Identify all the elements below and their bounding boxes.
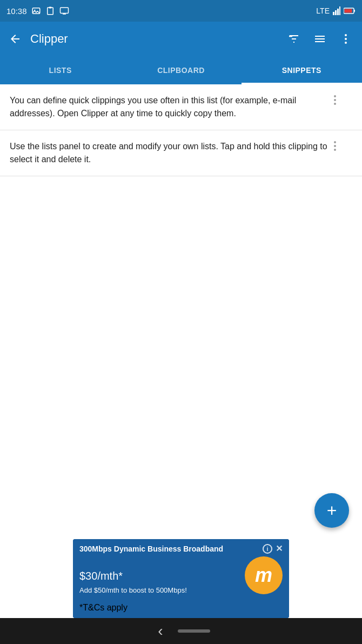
- svg-rect-9: [337, 9, 339, 15]
- ad-banner: 300Mbps Dynamic Business Broadband i ✕ $…: [73, 539, 289, 618]
- nav-home-pill: [178, 629, 210, 633]
- more-options-button[interactable]: [334, 27, 358, 51]
- snippet-menu-1[interactable]: [334, 94, 353, 105]
- ad-price-unit: /mth*: [97, 570, 123, 582]
- svg-point-23: [345, 38, 347, 40]
- ad-banner-top: 300Mbps Dynamic Business Broadband i ✕: [73, 539, 289, 556]
- add-snippet-fab[interactable]: +: [314, 493, 349, 528]
- svg-rect-7: [333, 12, 334, 15]
- ad-banner-bottom: *T&Cs apply: [73, 601, 289, 618]
- tab-snippets[interactable]: SNIPPETS: [242, 56, 362, 84]
- ad-info-icon[interactable]: i: [263, 544, 272, 554]
- back-button[interactable]: [2, 26, 28, 52]
- svg-point-22: [345, 34, 347, 36]
- nav-back-icon: ‹: [158, 622, 163, 640]
- ad-logo: m: [245, 556, 283, 594]
- svg-rect-8: [335, 10, 337, 15]
- svg-rect-13: [345, 9, 352, 13]
- ad-close-button[interactable]: ✕: [276, 543, 283, 554]
- ad-banner-body: $30/mth* Add $50/mth to boost to 500Mbps…: [73, 556, 289, 601]
- filter-button[interactable]: [282, 27, 306, 51]
- image-icon: [31, 6, 41, 16]
- svg-marker-10: [339, 6, 340, 15]
- tab-lists[interactable]: LISTS: [0, 56, 120, 84]
- svg-rect-3: [49, 7, 51, 9]
- ad-sub-text: Add $50/mth to boost to 500Mbps!: [79, 586, 187, 594]
- tabs-bar: LISTS CLIPBOARD SNIPPETS: [0, 56, 362, 84]
- toolbar-title: Clipper: [28, 32, 282, 46]
- clipboard-icon: [45, 6, 55, 16]
- filter-icon-alt: [287, 32, 300, 45]
- monitor-icon: [59, 6, 69, 16]
- status-time: 10:38: [6, 6, 27, 16]
- signal-icon: [333, 6, 340, 15]
- battery-icon: [344, 7, 356, 15]
- snippets-list: You can define quick clippings you use o…: [0, 84, 362, 176]
- nav-bar: ‹: [0, 618, 362, 644]
- snippet-menu-2[interactable]: [334, 140, 353, 151]
- snippet-text-1: You can define quick clippings you use o…: [10, 94, 334, 120]
- snippet-text-2: Use the lists panel to create and modify…: [10, 140, 334, 166]
- more-vertical-icon: [339, 32, 352, 45]
- toolbar-actions: [282, 27, 358, 51]
- svg-rect-2: [47, 8, 53, 15]
- hamburger-icon: [313, 32, 326, 45]
- ad-terms-text: *T&Cs apply: [79, 603, 128, 613]
- svg-rect-4: [60, 8, 68, 14]
- ad-banner-icons: i ✕: [263, 543, 283, 554]
- ad-price-container: $30/mth* Add $50/mth to boost to 500Mbps…: [79, 556, 187, 594]
- svg-point-24: [345, 42, 347, 44]
- snippet-item-2: Use the lists panel to create and modify…: [0, 130, 362, 176]
- list-menu-button[interactable]: [308, 27, 332, 51]
- tab-clipboard[interactable]: CLIPBOARD: [120, 56, 241, 84]
- toolbar: Clipper: [0, 22, 362, 56]
- lte-label: LTE: [316, 6, 330, 15]
- fab-plus-icon: +: [327, 501, 337, 521]
- ad-price: $30/mth*: [79, 556, 187, 584]
- status-bar: 10:38 LTE: [0, 0, 362, 22]
- ad-title-text: 300Mbps Dynamic Business Broadband: [79, 545, 223, 553]
- snippet-item-1: You can define quick clippings you use o…: [0, 84, 362, 130]
- nav-back-button[interactable]: ‹: [152, 622, 169, 640]
- svg-rect-12: [354, 10, 355, 12]
